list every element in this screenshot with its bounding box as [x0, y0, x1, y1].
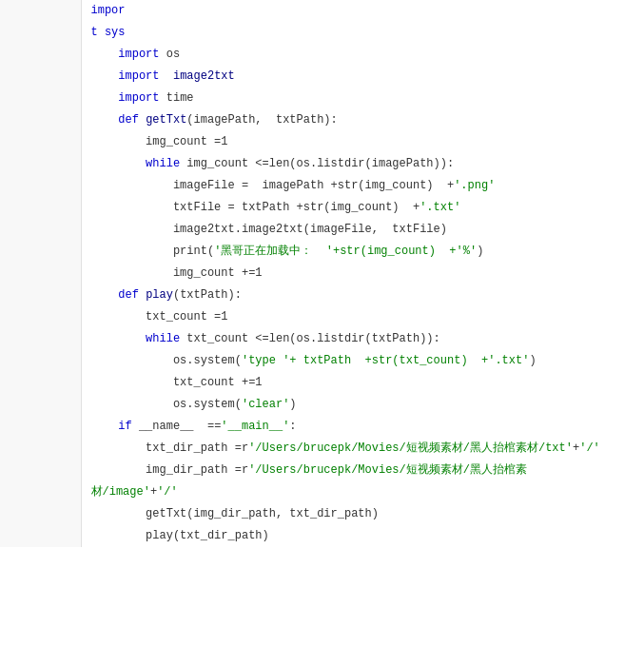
line-number: [0, 306, 81, 328]
line-number: [0, 263, 81, 284]
line-number: [0, 153, 81, 175]
code-line: def play(txtPath):: [81, 284, 644, 306]
code-row: txt_dir_path =r'/Users/brucepk/Movies/短视…: [0, 438, 644, 460]
line-number: [0, 328, 81, 350]
code-row: def play(txtPath):: [0, 284, 644, 306]
line-number: [0, 525, 81, 547]
code-line: image2txt.image2txt(imageFile, txtFile): [81, 219, 644, 241]
line-number: [0, 44, 81, 66]
code-line: play(txt_dir_path): [81, 525, 644, 547]
code-row: t sys: [0, 22, 644, 44]
code-row: 材/image'+'/': [0, 481, 644, 503]
line-number: [0, 197, 81, 219]
code-row: if __name__ =='__main__':: [0, 416, 644, 438]
code-row: print('黑哥正在加载中： '+str(img_count) +'%'): [0, 241, 644, 263]
code-line: def getTxt(imagePath, txtPath):: [81, 109, 644, 131]
code-line: os.system('type '+ txtPath +str(txt_coun…: [81, 350, 644, 372]
code-row: while txt_count <=len(os.listdir(txtPath…: [0, 328, 644, 350]
line-number: [0, 460, 81, 481]
code-row: os.system('type '+ txtPath +str(txt_coun…: [0, 350, 644, 372]
code-line: txt_count +=1: [81, 372, 644, 394]
code-row: image2txt.image2txt(imageFile, txtFile): [0, 219, 644, 241]
code-line: txt_count =1: [81, 306, 644, 328]
line-number: [0, 350, 81, 372]
code-row: impor: [0, 0, 644, 22]
code-row: txt_count +=1: [0, 372, 644, 394]
line-number: [0, 88, 81, 109]
code-row: getTxt(img_dir_path, txt_dir_path): [0, 503, 644, 525]
code-line: import image2txt: [81, 66, 644, 88]
line-number: [0, 66, 81, 88]
line-number: [0, 0, 81, 22]
code-line: getTxt(img_dir_path, txt_dir_path): [81, 503, 644, 525]
code-line: import os: [81, 44, 644, 66]
code-row: play(txt_dir_path): [0, 525, 644, 547]
line-number: [0, 503, 81, 525]
line-number: [0, 284, 81, 306]
line-number: [0, 481, 81, 503]
code-row: while img_count <=len(os.listdir(imagePa…: [0, 153, 644, 175]
line-number: [0, 175, 81, 197]
code-row: import time: [0, 88, 644, 109]
code-editor: impor t sys import os import image2txt i…: [0, 0, 644, 547]
code-line: while txt_count <=len(os.listdir(txtPath…: [81, 328, 644, 350]
code-row: img_count +=1: [0, 263, 644, 284]
code-line: img_dir_path =r'/Users/brucepk/Movies/短视…: [81, 460, 644, 481]
code-line: 材/image'+'/': [81, 481, 644, 503]
line-number: [0, 416, 81, 438]
line-number: [0, 372, 81, 394]
code-row: def getTxt(imagePath, txtPath):: [0, 109, 644, 131]
code-row: txt_count =1: [0, 306, 644, 328]
code-line: if __name__ =='__main__':: [81, 416, 644, 438]
line-number: [0, 22, 81, 44]
code-row: import os: [0, 44, 644, 66]
code-line: img_count =1: [81, 131, 644, 153]
code-row: img_dir_path =r'/Users/brucepk/Movies/短视…: [0, 460, 644, 481]
code-line: img_count +=1: [81, 263, 644, 284]
code-line: while img_count <=len(os.listdir(imagePa…: [81, 153, 644, 175]
code-line: txtFile = txtPath +str(img_count) +'.txt…: [81, 197, 644, 219]
code-line: imageFile = imagePath +str(img_count) +'…: [81, 175, 644, 197]
code-row: imageFile = imagePath +str(img_count) +'…: [0, 175, 644, 197]
code-line: print('黑哥正在加载中： '+str(img_count) +'%'): [81, 241, 644, 263]
code-line: import time: [81, 88, 644, 109]
code-row: txtFile = txtPath +str(img_count) +'.txt…: [0, 197, 644, 219]
code-line: impor: [81, 0, 644, 22]
line-number: [0, 219, 81, 241]
code-line: os.system('clear'): [81, 394, 644, 416]
code-line: txt_dir_path =r'/Users/brucepk/Movies/短视…: [81, 438, 644, 460]
line-number: [0, 394, 81, 416]
code-row: img_count =1: [0, 131, 644, 153]
code-row: os.system('clear'): [0, 394, 644, 416]
code-row: import image2txt: [0, 66, 644, 88]
line-number: [0, 438, 81, 460]
line-number: [0, 131, 81, 153]
code-line: t sys: [81, 22, 644, 44]
line-number: [0, 109, 81, 131]
line-number: [0, 241, 81, 263]
